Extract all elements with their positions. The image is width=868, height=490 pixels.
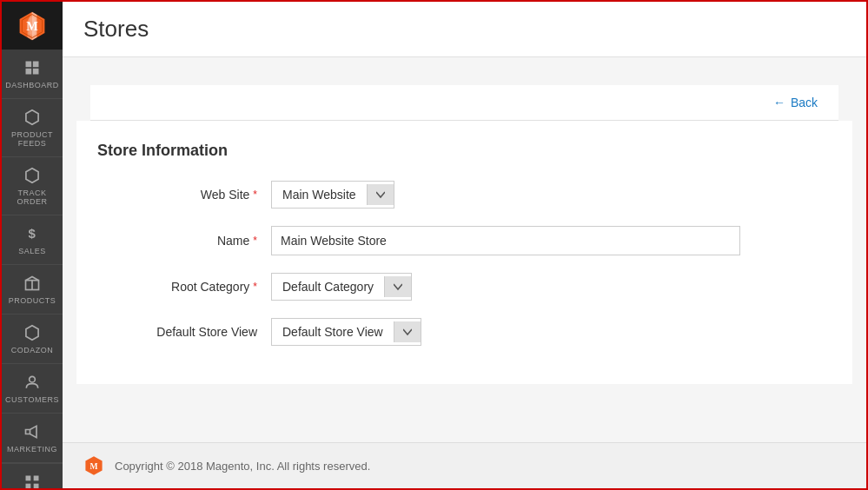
chevron-down-icon bbox=[403, 328, 412, 336]
svg-text:M: M bbox=[89, 461, 97, 471]
svg-rect-20 bbox=[26, 484, 31, 488]
svg-rect-7 bbox=[26, 69, 32, 75]
default-store-view-select-arrow[interactable] bbox=[394, 321, 421, 342]
root-category-control: Default Category bbox=[271, 273, 792, 301]
required-star: * bbox=[253, 281, 257, 293]
back-label: Back bbox=[791, 96, 818, 109]
sidebar-item-customers[interactable]: CUSTOMERS bbox=[2, 364, 63, 414]
website-control: Main Website bbox=[271, 181, 792, 209]
name-label: Name * bbox=[97, 234, 271, 248]
website-select[interactable]: Main Website bbox=[271, 181, 394, 209]
svg-text:M: M bbox=[26, 19, 38, 33]
megaphone-icon bbox=[23, 422, 42, 441]
footer-text: Copyright © 2018 Magento, Inc. All right… bbox=[115, 460, 370, 473]
default-store-view-select-value: Default Store View bbox=[272, 319, 394, 345]
sidebar-item-label: CODAZON bbox=[11, 346, 54, 354]
svg-marker-14 bbox=[26, 326, 38, 341]
sidebar-item-label: TRACK ORDER bbox=[5, 189, 59, 206]
dollar-icon: $ bbox=[23, 224, 42, 243]
sidebar-item-dashboard[interactable]: DASHBOARD bbox=[2, 50, 63, 99]
chevron-down-icon bbox=[376, 190, 385, 199]
website-select-arrow[interactable] bbox=[367, 184, 394, 205]
sidebar-item-marketing[interactable]: MARKETING bbox=[2, 414, 63, 463]
svg-text:$: $ bbox=[29, 226, 36, 241]
website-row: Web Site * Main Website bbox=[97, 181, 832, 209]
person-icon bbox=[23, 373, 42, 392]
magento-footer-logo-icon: M bbox=[83, 455, 104, 476]
name-input[interactable] bbox=[271, 226, 740, 255]
box-icon bbox=[23, 274, 42, 293]
svg-marker-16 bbox=[26, 426, 37, 437]
root-category-select-value: Default Category bbox=[272, 274, 384, 300]
website-select-value: Main Website bbox=[272, 182, 367, 208]
svg-marker-10 bbox=[26, 169, 38, 183]
magento-logo-icon: M bbox=[17, 10, 48, 42]
root-category-select[interactable]: Default Category bbox=[271, 273, 412, 301]
sidebar-item-label: PRODUCT FEEDS bbox=[5, 130, 59, 148]
sidebar-item-label: CUSTOMERS bbox=[5, 395, 59, 404]
default-store-view-select[interactable]: Default Store View bbox=[271, 318, 421, 346]
main-content: Stores ← Back Store Information Web Site… bbox=[63, 2, 866, 488]
required-star: * bbox=[253, 189, 257, 201]
svg-rect-8 bbox=[33, 69, 39, 75]
svg-point-15 bbox=[30, 376, 36, 382]
website-label: Web Site * bbox=[97, 188, 271, 202]
required-star: * bbox=[253, 235, 257, 247]
root-category-label: Root Category * bbox=[97, 280, 271, 294]
sidebar-item-label: MARKETING bbox=[7, 445, 57, 454]
sidebar: M DASHBOARD PRODUCT FEEDS TRACK ORDER $ … bbox=[2, 2, 63, 488]
sidebar-item-product-feeds[interactable]: PRODUCT FEEDS bbox=[2, 99, 63, 157]
svg-rect-21 bbox=[34, 484, 39, 488]
sidebar-item-label: SALES bbox=[18, 247, 46, 255]
hexagon-codazon-icon bbox=[23, 323, 42, 342]
svg-marker-9 bbox=[26, 110, 38, 125]
sidebar-item-track-order[interactable]: TRACK ORDER bbox=[2, 157, 63, 215]
sidebar-item-grid-small[interactable] bbox=[2, 464, 63, 488]
sidebar-item-label: PRODUCTS bbox=[9, 296, 56, 305]
name-control bbox=[271, 226, 792, 255]
page-title: Stores bbox=[83, 16, 845, 43]
hexagon-feeds-icon bbox=[23, 108, 42, 127]
svg-rect-18 bbox=[26, 476, 31, 481]
sidebar-item-products[interactable]: PRODUCTS bbox=[2, 265, 63, 315]
sidebar-logo: M bbox=[2, 2, 63, 50]
sidebar-bottom bbox=[2, 463, 63, 488]
default-store-view-label: Default Store View bbox=[97, 325, 271, 339]
default-store-view-control: Default Store View bbox=[271, 318, 792, 346]
svg-rect-6 bbox=[33, 62, 39, 68]
grid-icon bbox=[23, 58, 42, 77]
root-category-select-arrow[interactable] bbox=[384, 276, 411, 297]
chevron-down-icon bbox=[394, 282, 402, 291]
sidebar-item-label: DASHBOARD bbox=[5, 81, 59, 89]
form-section: Store Information Web Site * Main Websit… bbox=[76, 121, 852, 384]
page-header: Stores bbox=[63, 2, 866, 57]
default-store-view-row: Default Store View Default Store View bbox=[97, 318, 832, 346]
svg-rect-5 bbox=[26, 62, 32, 68]
svg-rect-19 bbox=[34, 476, 39, 481]
action-bar: ← Back bbox=[90, 85, 838, 121]
sidebar-item-sales[interactable]: $ SALES bbox=[2, 215, 63, 265]
section-title: Store Information bbox=[97, 142, 832, 160]
sidebar-item-codazon[interactable]: CODAZON bbox=[2, 315, 63, 364]
grid-small-icon bbox=[23, 473, 42, 488]
back-button[interactable]: ← Back bbox=[773, 96, 818, 109]
name-row: Name * bbox=[97, 226, 832, 255]
back-arrow-icon: ← bbox=[773, 96, 785, 109]
root-category-row: Root Category * Default Category bbox=[97, 273, 832, 301]
hexagon-track-icon bbox=[23, 166, 42, 185]
footer: M Copyright © 2018 Magento, Inc. All rig… bbox=[63, 442, 866, 488]
